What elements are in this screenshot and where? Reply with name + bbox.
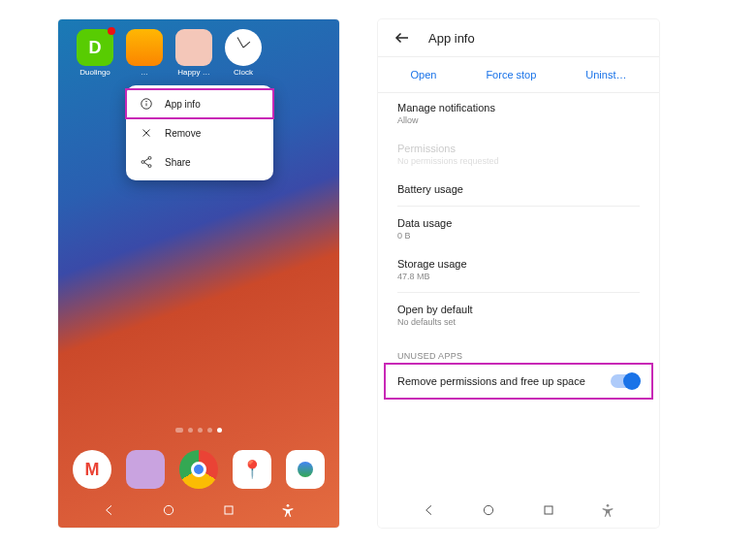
context-menu: App info Remove Share [126, 85, 273, 180]
toggle-label: Remove permissions and free up space [397, 375, 601, 387]
menu-remove[interactable]: Remove [126, 118, 273, 147]
android-navbar [378, 493, 659, 528]
toggle-switch[interactable] [611, 374, 640, 388]
share-icon [140, 155, 153, 169]
svg-point-14 [485, 505, 493, 514]
duolingo-icon: D [77, 29, 113, 66]
recents-icon[interactable] [541, 502, 556, 518]
home-icon[interactable] [481, 502, 496, 518]
camera-icon[interactable] [286, 450, 325, 489]
svg-rect-15 [545, 506, 552, 514]
back-arrow-icon[interactable] [394, 29, 411, 47]
svg-rect-11 [225, 506, 233, 514]
app-clock[interactable]: Clock [225, 29, 262, 77]
action-row: Open Force stop Uninst… [378, 57, 659, 93]
dock: M 📍 [58, 450, 339, 489]
app-label: Happy … [177, 68, 209, 77]
app-label: Duolingo [79, 68, 110, 77]
svg-point-5 [148, 156, 151, 159]
divider [397, 292, 640, 293]
svg-point-10 [165, 505, 173, 514]
svg-line-9 [144, 163, 149, 166]
svg-point-12 [286, 504, 289, 507]
page-title: App info [428, 31, 475, 46]
page-indicator [175, 428, 222, 433]
force-stop-button[interactable]: Force stop [486, 69, 536, 80]
svg-point-2 [146, 101, 147, 102]
recents-icon[interactable] [221, 502, 236, 518]
svg-point-7 [148, 165, 151, 168]
row-open-by-default[interactable]: Open by defaultNo defaults set [378, 295, 659, 336]
open-button[interactable]: Open [410, 69, 436, 80]
svg-line-8 [144, 159, 149, 162]
menu-label: App info [165, 99, 201, 110]
clock-icon [225, 29, 262, 66]
phone-homescreen: D Duolingo … Happy … Clock App info Remo… [58, 19, 339, 528]
app-label: Clock [234, 68, 253, 77]
android-navbar [58, 493, 339, 528]
gallery-icon[interactable] [126, 450, 165, 489]
app-label: … [141, 68, 148, 77]
home-apps-row: D Duolingo … Happy … Clock [58, 19, 339, 77]
accessibility-icon[interactable] [600, 502, 615, 518]
accessibility-icon[interactable] [280, 502, 296, 518]
gmail-icon[interactable]: M [73, 450, 111, 489]
back-icon[interactable] [422, 502, 437, 518]
section-unused-apps: UNUSED APPS [378, 336, 659, 365]
divider [397, 206, 640, 207]
app-subway[interactable]: … [126, 29, 163, 77]
row-notifications[interactable]: Manage notificationsAllow [378, 93, 659, 134]
info-icon [140, 97, 153, 111]
row-remove-permissions[interactable]: Remove permissions and free up space [386, 365, 651, 398]
maps-icon[interactable]: 📍 [233, 450, 271, 489]
row-battery[interactable]: Battery usage [378, 175, 659, 204]
menu-share[interactable]: Share [126, 147, 273, 177]
menu-label: Remove [165, 128, 201, 139]
row-storage[interactable]: Storage usage47.8 MB [378, 249, 659, 290]
row-permissions: PermissionsNo permissions requested [378, 134, 659, 175]
row-data-usage[interactable]: Data usage0 B [378, 209, 659, 249]
settings-list: Manage notificationsAllow PermissionsNo … [378, 93, 659, 528]
phone-app-info: App info Open Force stop Uninst… Manage … [378, 19, 659, 528]
menu-app-info[interactable]: App info [126, 89, 273, 118]
menu-label: Share [165, 157, 191, 168]
app-duolingo[interactable]: D Duolingo [77, 29, 113, 77]
subway-icon [126, 29, 163, 66]
header: App info [378, 19, 659, 57]
ear-icon [175, 29, 212, 66]
chrome-icon[interactable] [179, 450, 218, 489]
svg-point-16 [606, 504, 609, 507]
home-icon[interactable] [161, 502, 176, 518]
app-happy[interactable]: Happy … [175, 29, 212, 77]
svg-point-6 [142, 161, 144, 164]
close-icon [140, 126, 153, 140]
uninstall-button[interactable]: Uninst… [585, 69, 626, 80]
back-icon[interactable] [102, 502, 117, 518]
